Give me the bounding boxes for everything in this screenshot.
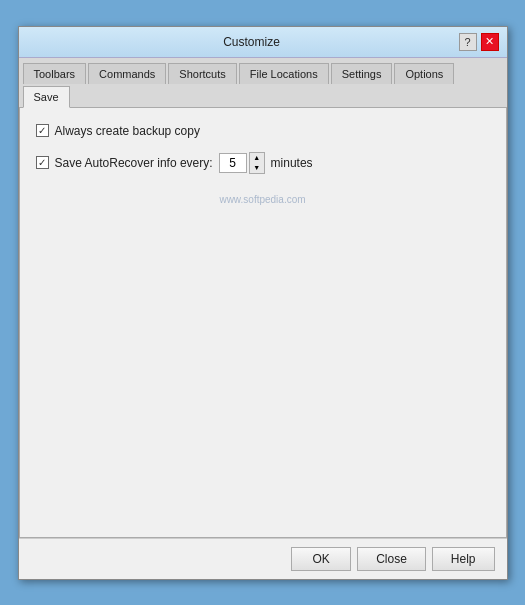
spinner-up-button[interactable]: ▲: [250, 153, 264, 163]
close-title-button[interactable]: ✕: [481, 33, 499, 51]
label-autorecover-before: Save AutoRecover info every:: [55, 156, 213, 170]
tab-save[interactable]: Save: [23, 86, 70, 108]
help-title-button[interactable]: ?: [459, 33, 477, 51]
dialog: Customize ? ✕ Toolbars Commands Shortcut…: [18, 26, 508, 580]
ok-button[interactable]: OK: [291, 547, 351, 571]
tabs-bar: Toolbars Commands Shortcuts File Locatio…: [19, 58, 507, 108]
tab-shortcuts[interactable]: Shortcuts: [168, 63, 236, 84]
watermark: www.softpedia.com: [36, 194, 490, 205]
tab-file-locations[interactable]: File Locations: [239, 63, 329, 84]
tab-settings[interactable]: Settings: [331, 63, 393, 84]
spinner-buttons: ▲ ▼: [249, 152, 265, 174]
spinner-container: ▲ ▼: [219, 152, 265, 174]
autorecover-minutes-input[interactable]: [219, 153, 247, 173]
dialog-title: Customize: [45, 35, 459, 49]
help-button[interactable]: Help: [432, 547, 495, 571]
tab-options[interactable]: Options: [394, 63, 454, 84]
checkbox-autorecover[interactable]: [36, 156, 49, 169]
spinner-down-button[interactable]: ▼: [250, 163, 264, 173]
tab-content-save: Always create backup copy Save AutoRecov…: [19, 108, 507, 538]
close-button[interactable]: Close: [357, 547, 426, 571]
label-backup: Always create backup copy: [55, 124, 200, 138]
tab-toolbars[interactable]: Toolbars: [23, 63, 87, 84]
option-row-autorecover: Save AutoRecover info every: ▲ ▼ minutes: [36, 152, 490, 174]
title-bar-controls: ? ✕: [459, 33, 499, 51]
checkbox-backup[interactable]: [36, 124, 49, 137]
option-row-backup: Always create backup copy: [36, 124, 490, 138]
dialog-footer: OK Close Help: [19, 538, 507, 579]
tab-commands[interactable]: Commands: [88, 63, 166, 84]
title-bar: Customize ? ✕: [19, 27, 507, 58]
label-autorecover-after: minutes: [271, 156, 313, 170]
